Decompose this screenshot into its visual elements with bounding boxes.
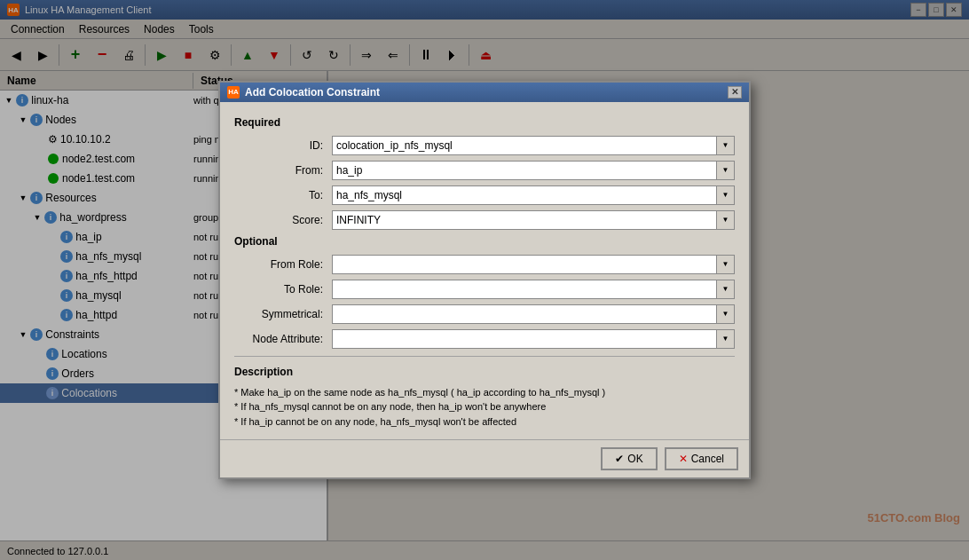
modal-overlay: HA Add Colocation Constraint ✕ Required …	[0, 0, 969, 560]
form-row-from: From: ▼	[234, 161, 735, 180]
dropdown-btn-to[interactable]: ▼	[717, 185, 735, 205]
label-symmetrical: Symmetrical:	[234, 308, 332, 320]
dialog-titlebar: HA Add Colocation Constraint ✕	[220, 83, 749, 102]
label-to-role: To Role:	[234, 283, 332, 296]
input-wrapper-node-attr: ▼	[332, 329, 735, 349]
input-wrapper-id: ▼	[332, 136, 735, 155]
dialog-footer: ✔ OK ✕ Cancel	[220, 439, 749, 477]
cancel-label: Cancel	[691, 453, 724, 465]
dialog-title: Add Colocation Constraint	[245, 86, 380, 99]
section-optional: Optional	[234, 235, 735, 248]
dialog-close-button[interactable]: ✕	[728, 86, 742, 99]
label-from-role: From Role:	[234, 258, 332, 271]
input-wrapper-from: ▼	[332, 161, 735, 180]
form-row-to-role: To Role: ▼	[234, 280, 735, 299]
input-wrapper-score: ▼	[332, 210, 735, 230]
dropdown-btn-score[interactable]: ▼	[717, 210, 735, 230]
dropdown-btn-from-role[interactable]: ▼	[717, 255, 735, 274]
dialog-icon: HA	[227, 86, 240, 99]
input-score[interactable]	[332, 210, 717, 230]
input-wrapper-from-role: ▼	[332, 255, 735, 274]
form-row-id: ID: ▼	[234, 136, 735, 155]
dropdown-btn-id[interactable]: ▼	[717, 136, 735, 155]
label-score: Score:	[234, 214, 332, 226]
input-wrapper-symmetrical: ▼	[332, 304, 735, 324]
form-row-to: To: ▼	[234, 185, 735, 205]
input-id[interactable]	[332, 136, 717, 155]
input-to[interactable]	[332, 185, 717, 205]
input-from-role[interactable]	[332, 255, 717, 274]
description-line-3: * If ha_ip cannot be on any node, ha_nfs…	[234, 414, 735, 430]
description-line-1: * Make ha_ip on the same node as ha_nfs_…	[234, 385, 735, 400]
dropdown-btn-symmetrical[interactable]: ▼	[717, 304, 735, 324]
cancel-icon: ✕	[679, 453, 688, 465]
cancel-button[interactable]: ✕ Cancel	[665, 447, 738, 470]
label-node-attr: Node Attribute:	[234, 333, 332, 345]
input-symmetrical[interactable]	[332, 304, 717, 324]
form-row-from-role: From Role: ▼	[234, 255, 735, 274]
section-description: Description	[234, 366, 735, 378]
ok-label: OK	[627, 453, 642, 465]
dropdown-btn-from[interactable]: ▼	[717, 161, 735, 180]
dialog-add-colocation: HA Add Colocation Constraint ✕ Required …	[218, 81, 751, 480]
label-id: ID:	[234, 139, 332, 152]
dropdown-btn-to-role[interactable]: ▼	[717, 280, 735, 299]
description-line-2: * If ha_nfs_mysql cannot be on any node,…	[234, 399, 735, 414]
ok-button[interactable]: ✔ OK	[601, 447, 657, 470]
input-to-role[interactable]	[332, 280, 717, 299]
form-row-node-attr: Node Attribute: ▼	[234, 329, 735, 349]
input-wrapper-to-role: ▼	[332, 280, 735, 299]
input-node-attr[interactable]	[332, 329, 717, 349]
form-row-symmetrical: Symmetrical: ▼	[234, 304, 735, 324]
label-to: To:	[234, 189, 332, 201]
dropdown-btn-node-attr[interactable]: ▼	[717, 329, 735, 349]
section-required: Required	[234, 116, 735, 129]
form-row-score: Score: ▼	[234, 210, 735, 230]
input-from[interactable]	[332, 161, 717, 180]
ok-icon: ✔	[615, 453, 624, 465]
description-section: Description * Make ha_ip on the same nod…	[234, 356, 735, 430]
dialog-body: Required ID: ▼ From: ▼ To:	[220, 102, 749, 440]
label-from: From:	[234, 164, 332, 177]
input-wrapper-to: ▼	[332, 185, 735, 205]
